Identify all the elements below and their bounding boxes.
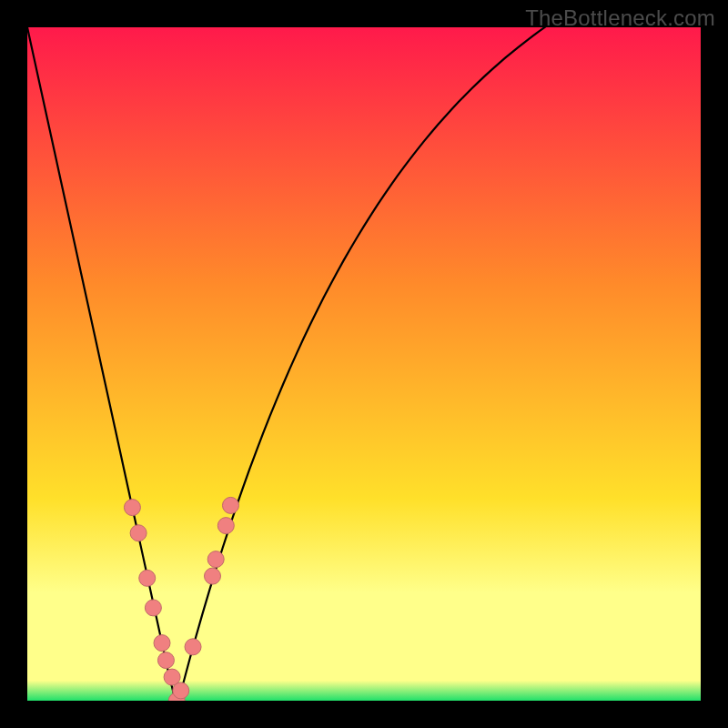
curve-marker — [130, 525, 147, 541]
watermark-text: TheBottleneck.com — [525, 5, 715, 31]
plot-area — [27, 27, 701, 701]
curve-marker — [205, 568, 221, 584]
gradient-background — [27, 27, 701, 701]
curve-marker — [173, 682, 189, 699]
outer-frame: TheBottleneck.com — [0, 0, 728, 728]
curve-marker — [207, 551, 224, 568]
curve-marker — [185, 639, 201, 655]
curve-marker — [222, 497, 238, 513]
curve-marker — [157, 652, 174, 669]
curve-marker — [124, 500, 140, 516]
curve-marker — [154, 635, 170, 652]
curve-marker — [217, 518, 234, 534]
chart-svg — [27, 27, 701, 701]
curve-marker — [139, 570, 156, 586]
curve-marker — [145, 600, 161, 616]
